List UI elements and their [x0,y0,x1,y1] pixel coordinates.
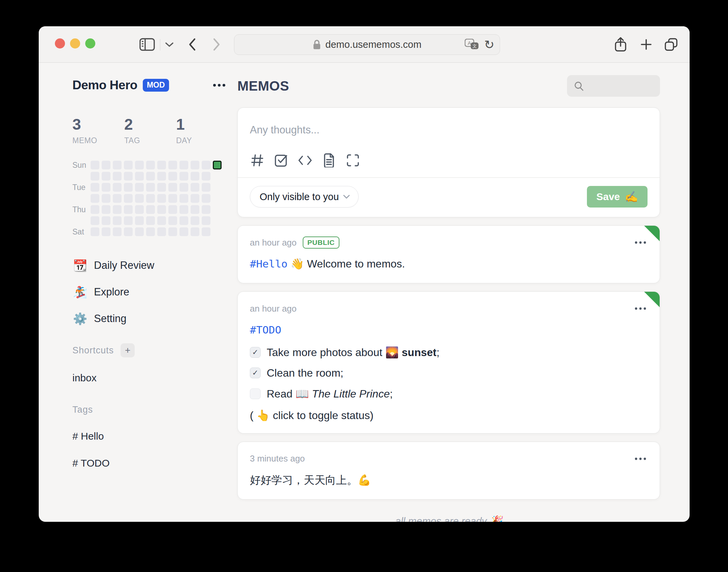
minimize-window-button[interactable] [70,38,80,49]
visibility-select[interactable]: Only visible to you [250,186,359,208]
heatmap-cell[interactable] [135,205,144,214]
search-input[interactable] [567,75,660,97]
heatmap-cell[interactable] [113,172,122,181]
zoom-window-button[interactable] [85,38,95,49]
checkbox-checked[interactable]: ✓ [250,368,261,378]
heatmap-cell[interactable] [168,183,177,192]
heatmap-cell[interactable] [91,205,99,214]
user-name[interactable]: Demo Hero [72,78,137,92]
heatmap-cell[interactable] [157,183,166,192]
heatmap-cell[interactable] [157,194,166,203]
heatmap-cell[interactable] [124,161,133,169]
heatmap-cell[interactable] [202,227,210,236]
sidebar-item-setting[interactable]: ⚙️ Setting [72,305,228,332]
memo-tag[interactable]: #Hello [250,258,288,270]
heatmap-cell[interactable] [191,205,199,214]
heatmap-cell[interactable] [146,194,155,203]
heatmap-cell[interactable] [102,205,110,214]
heatmap-cell[interactable] [146,161,155,169]
heatmap-cell[interactable] [113,227,122,236]
heatmap-cell[interactable] [168,161,177,169]
heatmap-cell[interactable] [102,183,110,192]
heatmap-cell[interactable] [157,205,166,214]
heatmap-cell[interactable] [135,194,144,203]
hashtag-icon[interactable] [250,153,265,168]
chevron-down-icon[interactable] [161,36,178,53]
heatmap-cell[interactable] [191,161,199,169]
heatmap-cell[interactable] [113,205,122,214]
heatmap-cell[interactable] [168,216,177,225]
reload-icon[interactable]: ↻ [484,39,494,51]
heatmap-cell[interactable] [113,183,122,192]
new-tab-icon[interactable] [637,36,655,53]
heatmap-cell[interactable] [179,183,188,192]
share-icon[interactable] [612,36,629,53]
heatmap-cell[interactable] [157,172,166,181]
heatmap-cell[interactable] [213,194,222,203]
heatmap-cell[interactable] [168,194,177,203]
heatmap-cell[interactable] [191,216,199,225]
sidebar-toggle-icon[interactable] [138,36,156,53]
heatmap-cell[interactable] [168,205,177,214]
heatmap-cell[interactable] [213,205,222,214]
heatmap-cell[interactable] [113,161,122,169]
checkbox-checked[interactable]: ✓ [250,347,261,358]
heatmap-cell[interactable] [168,227,177,236]
address-bar[interactable]: demo.usememos.com A 文 ↻ [234,34,500,55]
heatmap-cell[interactable] [191,227,199,236]
translate-icon[interactable]: A 文 [465,39,479,51]
heatmap-cell[interactable] [213,183,222,192]
heatmap-cell[interactable] [146,227,155,236]
heatmap-cell[interactable] [157,161,166,169]
heatmap-cell[interactable] [202,161,210,169]
heatmap-cell[interactable] [202,172,210,181]
heatmap-cell[interactable] [157,216,166,225]
checkbox-icon[interactable] [274,153,289,168]
forward-button[interactable] [208,36,225,53]
heatmap-cell[interactable] [135,216,144,225]
heatmap-cell[interactable] [124,227,133,236]
heatmap-cell[interactable] [91,161,99,169]
heatmap-cell[interactable] [135,227,144,236]
code-icon[interactable] [298,153,312,168]
sidebar-item-explore[interactable]: 🏂 Explore [72,279,228,305]
heatmap-cell[interactable] [146,172,155,181]
heatmap-cell[interactable] [202,216,210,225]
heatmap-cell[interactable] [179,227,188,236]
heatmap-cell[interactable] [135,172,144,181]
add-shortcut-button[interactable]: + [121,343,135,357]
heatmap-cell[interactable] [102,227,110,236]
heatmap-cell[interactable] [124,183,133,192]
heatmap-cell[interactable] [179,161,188,169]
user-menu-ellipsis-icon[interactable] [210,82,228,89]
tag-item-hello[interactable]: # Hello [72,431,228,442]
heatmap-cell[interactable] [157,227,166,236]
shortcut-item-inbox[interactable]: inbox [72,372,228,384]
heatmap-cell[interactable] [135,183,144,192]
sidebar-item-daily-review[interactable]: 📆 Daily Review [72,252,228,279]
heatmap-cell[interactable] [91,183,99,192]
file-text-icon[interactable] [322,153,336,168]
editor-placeholder[interactable]: Any thoughts... [250,124,648,136]
heatmap-cell[interactable] [124,205,133,214]
save-button[interactable]: Save ✍️ [587,186,648,208]
heatmap-cell[interactable] [124,216,133,225]
heatmap-cell[interactable] [102,194,110,203]
heatmap-cell[interactable] [146,216,155,225]
heatmap-cell[interactable] [213,172,222,181]
fullscreen-icon[interactable] [345,153,360,168]
heatmap-cell[interactable] [113,194,122,203]
heatmap-cell[interactable] [113,216,122,225]
heatmap-cell[interactable] [91,194,99,203]
heatmap-cell[interactable] [202,194,210,203]
heatmap-cell[interactable] [202,183,210,192]
heatmap-cell[interactable] [213,227,222,236]
tag-item-todo[interactable]: # TODO [72,457,228,469]
heatmap-cell[interactable] [146,183,155,192]
tab-overview-icon[interactable] [662,36,680,53]
heatmap-cell[interactable] [91,216,99,225]
heatmap-cell[interactable] [179,216,188,225]
close-window-button[interactable] [55,38,65,49]
heatmap-cell[interactable] [191,172,199,181]
memo-menu-ellipsis-icon[interactable] [633,456,648,462]
